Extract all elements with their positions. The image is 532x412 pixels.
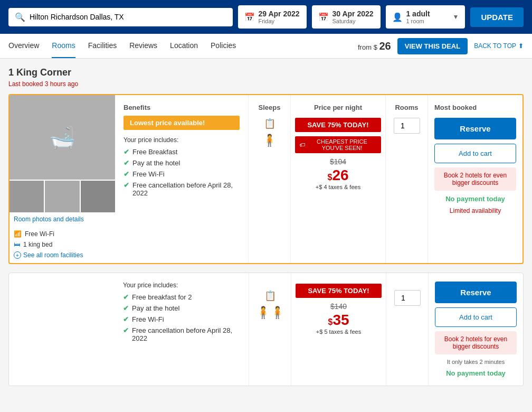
limited-availability: Limited availability [434,207,516,214]
room-card-1: 🛁 Room photos and details 📶 Free Wi-Fi 🛏… [8,94,524,264]
rooms-col: Rooms [385,95,428,263]
check-icon: ✔ [124,170,129,178]
guests-count: 1 adult [406,10,449,18]
room-photos: 🛁 Room photos and details 📶 Free Wi-Fi 🛏… [10,95,115,263]
rooms-input[interactable] [394,118,420,134]
no-payment-1: No payment today [434,195,516,203]
nav-right: from $ 26 VIEW THIS DEAL BACK TO TOP ⬆ [358,38,524,54]
nav-bar: Overview Rooms Facilities Reviews Locati… [0,34,532,59]
benefits-col-2: Your price includes: ✔ Free breakfast fo… [115,273,249,386]
your-price-label-2: Your price includes: [123,282,240,289]
action-col-2: Reserve Add to cart Book 2 hotels for ev… [428,273,523,386]
photo-thumb-2[interactable] [45,181,79,212]
nav-facilities[interactable]: Facilities [88,34,117,58]
nav-links: Overview Rooms Facilities Reviews Locati… [8,34,358,58]
offer-section: Benefits Lowest price available! Your pr… [115,95,522,263]
check-icon: ✔ [124,148,129,156]
calendar-icon2: 📅 [318,12,329,22]
room-photo-placeholder: 🛁 [49,125,75,150]
nav-rooms[interactable]: Rooms [52,34,75,58]
room-photos-link[interactable]: Room photos and details [10,212,115,226]
from-amount: 26 [379,40,391,52]
back-to-top-link[interactable]: BACK TO TOP ⬆ [474,42,524,50]
add-cart-button-2[interactable]: Add to cart [435,307,517,327]
discount-note-1: Book 2 hotels for even bigger discounts [434,167,516,191]
save-badge: SAVE 75% TODAY! [295,118,381,132]
sleeps-col: Sleeps 📋 🧍 [248,95,290,263]
nav-overview[interactable]: Overview [8,34,39,58]
current-price-2: $35 [296,312,382,329]
add-cart-button-1[interactable]: Add to cart [434,144,516,163]
main-content: 1 King Corner Last booked 3 hours ago 🛁 … [0,59,532,403]
reserve-button-2[interactable]: Reserve [435,282,517,303]
benefit-2: ✔ Pay at the hotel [124,159,240,167]
photo-grid [10,180,115,212]
photo-thumb-3[interactable] [81,181,115,212]
main-photo: 🛁 [10,95,115,180]
copy-icon-2: 📋 [253,290,287,302]
chevron-down-icon: ▼ [453,13,459,21]
checkin-day: Friday [258,18,299,24]
taxes-fees-2: +$ 5 taxes & fees [296,329,382,335]
price-col-2: SAVE 75% TODAY! $140 $35 +$ 5 taxes & fe… [291,273,386,386]
checkin-box[interactable]: 📅 29 Apr 2022 Friday [238,5,307,29]
room2-spacer [9,273,115,386]
photo-thumb-1[interactable] [10,181,44,212]
most-booked-header: Most booked [434,104,516,111]
benefit-1: ✔ Free Breakfast [124,148,240,156]
benefit2-3: ✔ Free Wi-Fi [123,315,240,323]
plus-icon: + [14,251,21,259]
original-price: $104 [295,157,381,166]
action-col: Most booked Reserve Add to cart Book 2 h… [428,95,522,263]
see-facilities-link[interactable]: + See all room facilities [14,251,111,259]
sleeps-header: Sleeps [253,104,286,111]
calendar-icon: 📅 [244,12,255,22]
arrow-up-icon: ⬆ [518,42,524,50]
price-header: Price per night [295,104,381,111]
your-price-label: Your price includes: [124,136,240,144]
view-deal-button[interactable]: VIEW THIS DEAL [397,38,468,54]
offer-section-2: Your price includes: ✔ Free breakfast fo… [115,273,523,386]
room-amenities: 📶 Free Wi-Fi 🛏 1 king bed + See all room… [10,226,115,263]
check-icon: ✔ [123,304,129,312]
nav-policies[interactable]: Policies [211,34,236,58]
offer-inner: Benefits Lowest price available! Your pr… [115,95,522,263]
check-icon: ✔ [123,293,129,301]
search-icon: 🔍 [15,12,25,22]
price-col: Price per night SAVE 75% TODAY! 🏷 CHEAPE… [290,95,385,263]
no-payment-2: No payment today [435,369,517,377]
discount-note-2: Book 2 hotels for even bigger discounts [435,331,517,354]
check-icon: ✔ [123,315,129,323]
check-icon: ✔ [124,181,129,189]
search-box[interactable]: 🔍 [8,8,233,26]
benefit-3: ✔ Free Wi-Fi [124,170,240,178]
room-title: 1 King Corner [8,67,524,78]
reserve-button-1[interactable]: Reserve [434,118,516,139]
checkout-box[interactable]: 📅 30 Apr 2022 Saturday [312,5,381,29]
benefits-col: Benefits Lowest price available! Your pr… [115,95,248,263]
nav-location[interactable]: Location [170,34,198,58]
sleeps-person-icon: 🧍 [253,134,286,147]
benefit-4: ✔ Free cancellation before April 28, 202… [124,181,240,197]
rooms-header: Rooms [390,104,423,111]
tag-icon: 🏷 [299,142,305,148]
guests-box[interactable]: 👤 1 adult 1 room ▼ [386,5,465,29]
benefit2-2: ✔ Pay at the hotel [123,304,240,312]
check-icon: ✔ [123,326,129,334]
sleeps-col-2: 📋 🧍🧍 [249,273,291,386]
it-takes-label: It only takes 2 minutes [435,359,517,365]
checkin-date: 29 Apr 2022 [258,10,299,18]
last-booked: Last booked 3 hours ago [8,80,524,88]
search-input[interactable] [30,13,226,21]
update-button[interactable]: UPDATE [470,7,524,27]
checkout-date: 30 Apr 2022 [332,10,373,18]
nav-reviews[interactable]: Reviews [129,34,157,58]
bed-amenity: 🛏 1 king bed [14,241,111,248]
offer-inner-2: Your price includes: ✔ Free breakfast fo… [115,273,523,386]
wifi-amenity: 📶 Free Wi-Fi [14,230,111,238]
benefit2-1: ✔ Free breakfast for 2 [123,293,240,301]
rooms-input-2[interactable] [394,290,421,306]
bed-icon: 🛏 [14,241,20,248]
rooms-count: 1 room [406,18,449,24]
original-price-2: $140 [296,302,382,311]
